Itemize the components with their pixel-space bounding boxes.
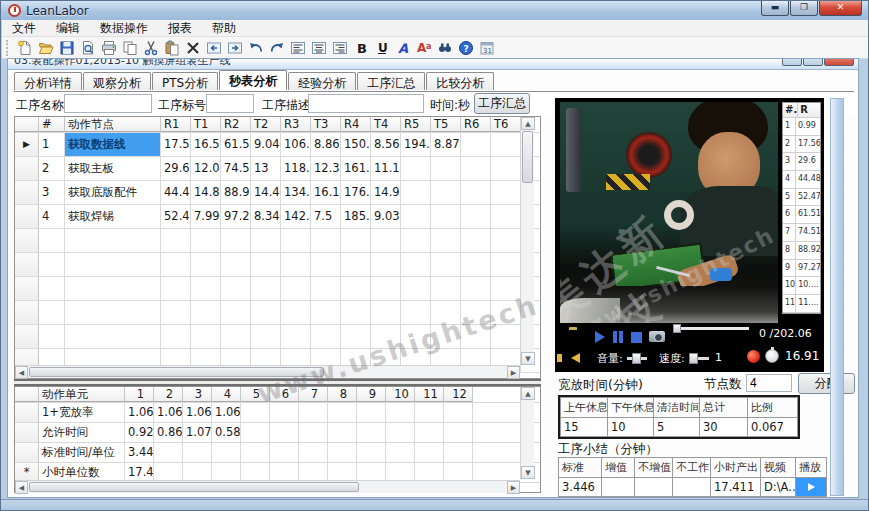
value-cell[interactable]	[183, 443, 212, 462]
delete-icon[interactable]	[182, 38, 203, 58]
table-cell[interactable]: D:\A...	[761, 477, 796, 497]
value-cell[interactable]	[299, 423, 328, 442]
column-header-T3[interactable]: T3	[311, 117, 341, 132]
value-cell[interactable]	[251, 229, 281, 252]
value-cell[interactable]: 118....	[281, 157, 311, 180]
value-cell[interactable]	[386, 403, 415, 422]
column-header-2[interactable]: 2	[154, 387, 183, 402]
value-cell[interactable]: 7.5	[311, 205, 341, 228]
column-header[interactable]: 标准	[558, 457, 602, 477]
column-header[interactable]: 不增值	[635, 457, 673, 477]
value-cell[interactable]: 61.51	[221, 133, 251, 156]
child-restore-button[interactable]	[803, 59, 823, 66]
value-cell[interactable]	[401, 157, 431, 180]
value-cell[interactable]	[221, 229, 251, 252]
row-selector[interactable]	[15, 277, 39, 300]
value-cell[interactable]	[341, 253, 371, 276]
value-cell[interactable]	[311, 277, 341, 300]
value-cell[interactable]: 161....	[341, 157, 371, 180]
value-cell[interactable]	[371, 229, 401, 252]
value-cell[interactable]: 8.87	[431, 133, 461, 156]
grid-splitter[interactable]	[14, 379, 541, 386]
minimize-button[interactable]: ▬	[761, 1, 789, 16]
restore-button[interactable]: ❐	[790, 1, 818, 16]
value-cell[interactable]	[431, 181, 461, 204]
column-header[interactable]: 不工作	[673, 457, 711, 477]
child-close-button[interactable]	[824, 59, 854, 66]
process-name-input[interactable]	[64, 94, 152, 113]
align-left-icon[interactable]	[287, 38, 308, 58]
value-cell[interactable]	[357, 443, 386, 462]
action-node-cell[interactable]	[65, 301, 161, 324]
value-cell[interactable]: 14.88	[191, 181, 221, 204]
value-cell[interactable]	[371, 277, 401, 300]
row-selector[interactable]	[15, 403, 39, 422]
value-cell[interactable]	[371, 301, 401, 324]
volume-slider[interactable]	[627, 351, 647, 365]
value-cell[interactable]	[341, 277, 371, 300]
value-cell[interactable]: 176....	[341, 181, 371, 204]
value-cell[interactable]	[311, 253, 341, 276]
speed-slider[interactable]	[689, 351, 709, 365]
value-cell[interactable]	[461, 205, 491, 228]
process-code-input[interactable]	[206, 94, 254, 113]
column-header-7[interactable]: 7	[299, 387, 328, 402]
tab-PTS分析[interactable]: PTS分析	[152, 72, 218, 90]
value-cell[interactable]	[461, 157, 491, 180]
value-cell[interactable]	[491, 325, 521, 348]
row-number-cell[interactable]: 2	[39, 157, 65, 180]
value-cell[interactable]	[241, 443, 270, 462]
value-cell[interactable]	[461, 181, 491, 204]
node-r-header[interactable]: R	[798, 103, 820, 117]
value-cell[interactable]	[401, 205, 431, 228]
value-cell[interactable]	[431, 325, 461, 348]
value-cell[interactable]	[161, 325, 191, 348]
row-number-cell[interactable]	[39, 325, 65, 348]
stopwatch-grid-hscrollbar[interactable]: ◀ ▶	[15, 365, 520, 378]
value-cell[interactable]	[281, 229, 311, 252]
value-cell[interactable]: 0.864	[154, 423, 183, 442]
value-cell[interactable]: 44.48	[161, 181, 191, 204]
tab-分析详情[interactable]: 分析详情	[14, 72, 82, 90]
menu-item-报表[interactable]: 报表	[158, 20, 202, 37]
value-cell[interactable]	[461, 229, 491, 252]
value-cell[interactable]	[461, 253, 491, 276]
value-cell[interactable]: 16.14	[311, 181, 341, 204]
value-cell[interactable]: 3.446	[125, 443, 154, 462]
value-cell[interactable]	[251, 301, 281, 324]
value-cell[interactable]	[461, 301, 491, 324]
move-right-icon[interactable]	[224, 38, 245, 58]
redo-icon[interactable]	[266, 38, 287, 58]
menu-item-编辑[interactable]: 编辑	[46, 20, 90, 37]
panel-scrollbar[interactable]	[830, 98, 844, 496]
table-cell[interactable]: 10	[608, 417, 654, 437]
node-table-row[interactable]: 997.27	[783, 260, 820, 278]
print-preview-icon[interactable]	[77, 38, 98, 58]
open-icon[interactable]	[35, 38, 56, 58]
value-cell[interactable]	[357, 423, 386, 442]
node-table-row[interactable]: 10.99	[783, 118, 820, 136]
value-cell[interactable]	[299, 403, 328, 422]
row-number-cell[interactable]	[39, 229, 65, 252]
value-cell[interactable]	[191, 253, 221, 276]
node-table-row[interactable]: 661.51	[783, 206, 820, 224]
column-header-T4[interactable]: T4	[371, 117, 401, 132]
column-header-动作单元[interactable]: 动作单元	[39, 387, 125, 402]
value-cell[interactable]: 8.56...	[371, 133, 401, 156]
column-header[interactable]: 增值	[602, 457, 635, 477]
column-header-R2[interactable]: R2	[221, 117, 251, 132]
table-cell[interactable]: 17.411	[711, 477, 761, 497]
row-number-cell[interactable]: 1	[39, 133, 65, 156]
underline-icon[interactable]: U	[371, 38, 392, 58]
column-header-R4[interactable]: R4	[341, 117, 371, 132]
tab-比较分析[interactable]: 比较分析	[426, 72, 494, 90]
value-cell[interactable]	[491, 277, 521, 300]
value-cell[interactable]: 12.3	[311, 157, 341, 180]
value-cell[interactable]: 12.04	[191, 157, 221, 180]
column-header[interactable]: 上午休息	[560, 397, 608, 417]
column-header-R3[interactable]: R3	[281, 117, 311, 132]
value-cell[interactable]	[270, 443, 299, 462]
assign-button[interactable]: 分配	[798, 373, 855, 394]
value-cell[interactable]	[251, 325, 281, 348]
column-header-4[interactable]: 4	[212, 387, 241, 402]
